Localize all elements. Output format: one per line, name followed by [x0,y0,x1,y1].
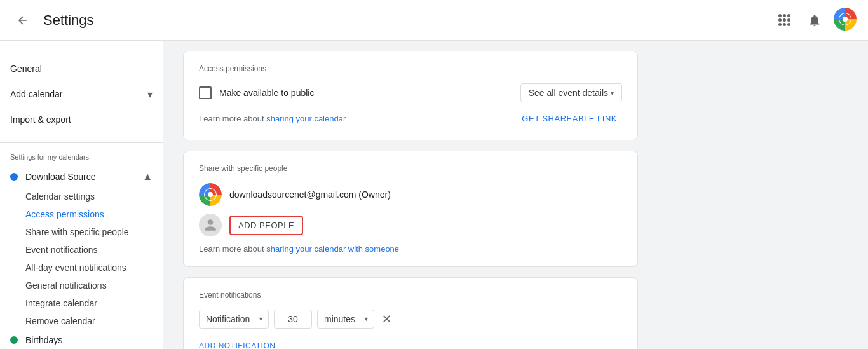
owner-email: downloadsourcenet@gmail.com (Owner) [229,189,391,200]
see-all-events-button[interactable]: See all event details ▾ [520,83,622,102]
learn-more-row: Learn more about sharing your calendar G… [199,110,622,127]
sidebar-top-section: General Add calendar ▾ Import & export [0,51,163,137]
chevron-down-icon: ▾ [147,88,153,100]
sidebar-item-add-calendar[interactable]: Add calendar ▾ [0,81,163,107]
header-left: Settings [10,8,94,33]
notifications-button[interactable] [802,8,827,33]
page-wrapper: General Add calendar ▾ Import & export S… [0,41,868,349]
make-public-label: Make available to public [219,88,314,98]
expand-collapse-icon: ▲ [142,171,153,182]
notification-unit-select[interactable]: minutes hours days weeks [317,310,374,329]
sidebar-item-integrate-calendar[interactable]: Integrate calendar [0,294,163,312]
waffle-icon [778,14,790,26]
make-public-checkbox[interactable] [199,86,212,99]
calendar-color-dot [10,173,18,181]
sidebar-section-label: Settings for my calendars [0,151,163,166]
access-permissions-title: Access permissions [199,64,622,73]
get-shareable-link-button[interactable]: GET SHAREABLE LINK [517,110,622,127]
sidebar-item-calendar-settings[interactable]: Calendar settings [0,188,163,205]
share-people-title: Share with specific people [199,164,622,173]
add-person-icon [199,214,222,236]
share-learn-text: Learn more about sharing your calendar w… [199,244,399,254]
back-button[interactable] [10,8,36,33]
sidebar-item-general[interactable]: General [0,56,163,81]
svg-point-2 [843,17,848,22]
sidebar-calendars-section: Settings for my calendars Download Sourc… [0,142,163,349]
user-avatar-button[interactable] [832,8,858,33]
access-permissions-card: Access permissions Make available to pub… [183,51,638,140]
notification-value-input[interactable] [274,310,312,329]
calendar-item-birthdays[interactable]: Birthdays [0,330,163,349]
add-people-button[interactable]: ADD PEOPLE [229,216,303,235]
sidebar-item-share-specific[interactable]: Share with specific people [0,223,163,241]
page-title: Settings [43,12,94,29]
event-notifications-title: Event notifications [199,291,622,299]
calendar-color-dot-birthdays [10,336,18,344]
share-people-card: Share with specific people [183,151,638,267]
sidebar-item-event-notifications[interactable]: Event notifications [0,241,163,259]
notification-type-select-wrapper[interactable]: Notification Email [199,310,269,329]
waffle-button[interactable] [771,8,797,33]
event-notifications-card: Event notifications Notification Email m… [183,277,638,349]
notification-row: Notification Email minutes hours days we… [199,310,622,329]
sidebar-item-import-export[interactable]: Import & export [0,107,163,132]
calendar-item-download-source[interactable]: Download Source ▲ [0,166,163,188]
learn-more-text: Learn more about sharing your calendar [199,114,346,123]
owner-avatar [199,183,222,206]
sidebar-item-remove-calendar[interactable]: Remove calendar [0,312,163,330]
sharing-calendar-someone-link[interactable]: sharing your calendar with someone [266,244,399,254]
add-notification-button[interactable]: ADD NOTIFICATION [199,339,275,349]
svg-point-5 [208,192,213,197]
sidebar-item-access-permissions[interactable]: Access permissions [0,205,163,223]
header-right [771,8,858,33]
sidebar-item-general-notifications[interactable]: General notifications [0,277,163,294]
main-content: Access permissions Make available to pub… [163,41,658,349]
notification-unit-select-wrapper[interactable]: minutes hours days weeks [317,310,374,329]
app-header: Settings [0,0,868,41]
add-people-row: ADD PEOPLE [199,214,622,236]
owner-row: downloadsourcenet@gmail.com (Owner) [199,183,622,206]
share-learn-row: Learn more about sharing your calendar w… [199,244,622,254]
make-public-row: Make available to public See all event d… [199,83,622,102]
sidebar: General Add calendar ▾ Import & export S… [0,41,163,349]
add-notification-row: ADD NOTIFICATION [199,339,622,349]
sidebar-item-allday-notifications[interactable]: All-day event notifications [0,259,163,277]
notification-type-select[interactable]: Notification Email [199,310,269,329]
sharing-calendar-link[interactable]: sharing your calendar [266,114,346,123]
remove-notification-button[interactable]: ✕ [379,310,394,329]
dropdown-arrow-icon: ▾ [611,90,614,97]
